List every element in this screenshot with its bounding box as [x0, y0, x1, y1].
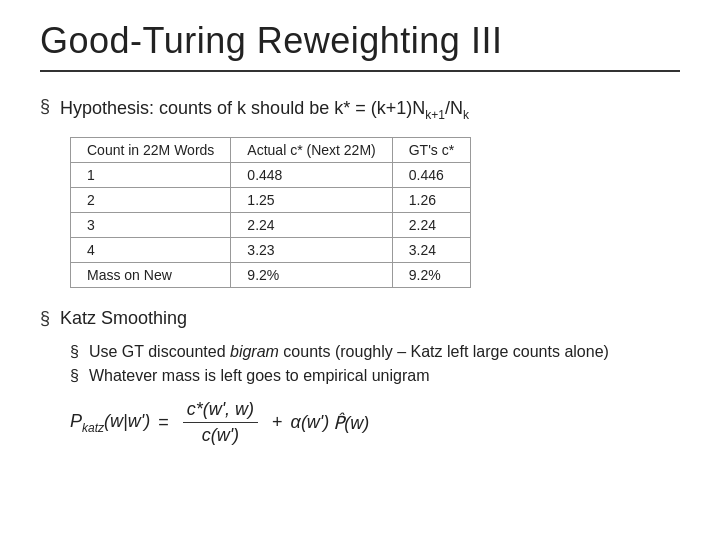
katz-sub-bullet-1: § Use GT discounted bigram counts (rough… [70, 343, 680, 361]
formula-plus: + [272, 412, 283, 433]
formula-area: Pkatz(w|w') = c*(w', w) c(w') + α(w') P̂… [70, 399, 680, 446]
katz-title: Katz Smoothing [60, 308, 187, 329]
formula-denominator: c(w') [198, 423, 243, 446]
formula-phat: P̂(w) [333, 412, 369, 434]
katz-section: § Katz Smoothing § Use GT discounted big… [40, 308, 680, 446]
katz-sub-text-1: Use GT discounted bigram counts (roughly… [89, 343, 609, 361]
table-row: 21.251.26 [71, 188, 471, 213]
footer-label: Mass on New [71, 263, 231, 288]
bullet-symbol-1: § [40, 96, 50, 117]
cell-3-1: 3.23 [231, 238, 392, 263]
formula-lhs: Pkatz(w|w') [70, 411, 150, 435]
cell-2-2: 2.24 [392, 213, 470, 238]
page-title: Good-Turing Reweighting III [40, 20, 680, 62]
data-table: Count in 22M Words Actual c* (Next 22M) … [70, 137, 471, 288]
formula-equals: = [158, 412, 169, 433]
hypothesis-bullet: § Hypothesis: counts of k should be k* =… [40, 96, 680, 123]
table-row: 43.233.24 [71, 238, 471, 263]
footer-gt: 9.2% [392, 263, 470, 288]
table-row: 10.4480.446 [71, 163, 471, 188]
footer-actual: 9.2% [231, 263, 392, 288]
cell-1-0: 2 [71, 188, 231, 213]
col-header-count: Count in 22M Words [71, 138, 231, 163]
title-divider [40, 70, 680, 72]
cell-0-0: 1 [71, 163, 231, 188]
formula-alpha: α(w') [291, 412, 330, 433]
katz-sub-text-2: Whatever mass is left goes to empirical … [89, 367, 430, 385]
formula-numerator: c*(w', w) [183, 399, 258, 423]
col-header-gt: GT's c* [392, 138, 470, 163]
katz-bullet: § Katz Smoothing [40, 308, 680, 329]
sub-bullet-symbol-1: § [70, 343, 79, 361]
bullet-symbol-2: § [40, 308, 50, 329]
cell-2-0: 3 [71, 213, 231, 238]
formula: Pkatz(w|w') = c*(w', w) c(w') + α(w') P̂… [70, 399, 369, 446]
cell-0-1: 0.448 [231, 163, 392, 188]
sub-bullet-symbol-2: § [70, 367, 79, 385]
hypothesis-text: Hypothesis: counts of k should be k* = (… [60, 96, 469, 123]
cell-1-2: 1.26 [392, 188, 470, 213]
table-footer-row: Mass on New 9.2% 9.2% [71, 263, 471, 288]
formula-fraction: c*(w', w) c(w') [183, 399, 258, 446]
cell-3-2: 3.24 [392, 238, 470, 263]
cell-0-2: 0.446 [392, 163, 470, 188]
katz-sub-bullet-2: § Whatever mass is left goes to empirica… [70, 367, 680, 385]
col-header-actual: Actual c* (Next 22M) [231, 138, 392, 163]
table-header-row: Count in 22M Words Actual c* (Next 22M) … [71, 138, 471, 163]
cell-1-1: 1.25 [231, 188, 392, 213]
hypothesis-section: § Hypothesis: counts of k should be k* =… [40, 96, 680, 288]
cell-3-0: 4 [71, 238, 231, 263]
table-row: 32.242.24 [71, 213, 471, 238]
cell-2-1: 2.24 [231, 213, 392, 238]
